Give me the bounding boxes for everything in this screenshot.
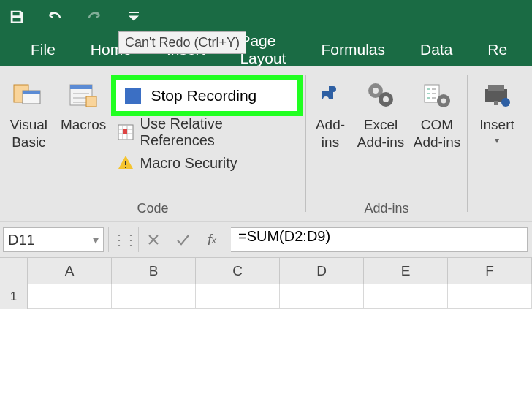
com-addins-icon xyxy=(420,78,454,112)
svg-point-12 xyxy=(373,88,379,94)
fx-icon[interactable]: fx xyxy=(197,221,227,258)
ribbon-tabs: File Home Insert Page Layout Formulas Da… xyxy=(0,33,532,66)
relative-references-label: Use Relative References xyxy=(140,115,299,149)
formula-bar: ▾ ⋮⋮ fx xyxy=(0,221,532,258)
save-icon[interactable] xyxy=(9,9,25,25)
svg-point-14 xyxy=(383,96,389,102)
svg-rect-10 xyxy=(125,167,126,168)
column-header[interactable]: D xyxy=(280,258,364,284)
svg-rect-6 xyxy=(125,88,141,104)
name-box-input[interactable] xyxy=(8,232,74,248)
visual-basic-icon xyxy=(12,78,45,112)
enter-formula-icon[interactable] xyxy=(168,221,197,258)
ribbon-group-addins: Add- ins Excel Add-ins COM Add-ins Add-i… xyxy=(306,66,467,221)
macro-security-icon xyxy=(117,154,134,172)
macro-security-button[interactable]: Macro Security xyxy=(111,148,305,178)
macros-label: Macros xyxy=(61,116,106,134)
addins-label: Add- ins xyxy=(316,116,345,151)
visual-basic-label: Visual Basic xyxy=(10,116,48,151)
svg-rect-4 xyxy=(70,85,92,89)
svg-rect-9 xyxy=(125,161,126,165)
addins-group-label: Add-ins xyxy=(364,197,408,218)
cancel-formula-icon[interactable] xyxy=(139,221,168,258)
com-addins-label: COM Add-ins xyxy=(414,116,460,151)
tab-page-layout[interactable]: Page Layout xyxy=(240,32,286,67)
stop-recording-button[interactable]: Stop Recording xyxy=(111,75,303,116)
column-headers: A B C D E F xyxy=(0,258,532,284)
row-header[interactable]: 1 xyxy=(0,284,28,309)
undo-icon[interactable] xyxy=(45,9,64,25)
visual-basic-button[interactable]: Visual Basic xyxy=(1,74,56,156)
column-header[interactable]: B xyxy=(112,258,196,284)
ribbon-group-controls: Insert ▾ xyxy=(468,66,526,221)
svg-rect-20 xyxy=(494,101,498,105)
tab-review[interactable]: Re xyxy=(487,41,507,58)
insert-control-icon xyxy=(480,78,514,112)
column-header[interactable]: E xyxy=(364,258,448,284)
excel-addins-label: Excel Add-ins xyxy=(357,116,404,151)
svg-point-17 xyxy=(441,99,446,104)
cell[interactable] xyxy=(448,284,532,309)
ribbon-group-code: Visual Basic Macros Stop Recording xyxy=(0,66,305,221)
name-box-dropdown-icon[interactable]: ▾ xyxy=(93,233,99,247)
addins-icon xyxy=(314,78,347,112)
cell[interactable] xyxy=(112,284,196,309)
stop-recording-icon xyxy=(123,86,142,105)
macros-button[interactable]: Macros xyxy=(56,74,111,138)
com-addins-button[interactable]: COM Add-ins xyxy=(408,74,466,156)
tab-data[interactable]: Data xyxy=(420,41,452,58)
ribbon: Visual Basic Macros Stop Recording xyxy=(0,66,532,221)
macro-security-label: Macro Security xyxy=(140,155,238,172)
name-box[interactable]: ▾ xyxy=(3,227,104,252)
code-group-label: Code xyxy=(137,197,168,218)
excel-addins-icon xyxy=(364,78,398,112)
svg-rect-22 xyxy=(504,98,507,104)
insert-control-label: Insert xyxy=(479,116,514,134)
svg-rect-19 xyxy=(488,85,504,91)
cell[interactable] xyxy=(28,284,112,309)
use-relative-references-button[interactable]: Use Relative References xyxy=(111,118,305,147)
svg-rect-2 xyxy=(23,91,40,94)
cell[interactable] xyxy=(280,284,364,309)
column-header[interactable]: F xyxy=(448,258,532,284)
addins-button[interactable]: Add- ins xyxy=(307,74,354,156)
formula-input-wrapper xyxy=(231,227,528,252)
stop-recording-label: Stop Recording xyxy=(151,87,257,104)
macros-icon xyxy=(66,78,100,112)
svg-rect-5 xyxy=(86,96,96,107)
column-header[interactable]: A xyxy=(28,258,112,284)
relative-references-icon xyxy=(117,123,134,141)
formula-input[interactable] xyxy=(238,228,520,245)
formula-options-icon[interactable]: ⋮⋮ xyxy=(109,221,138,258)
customize-qat-icon[interactable] xyxy=(129,12,139,22)
cell[interactable] xyxy=(364,284,448,309)
tab-formulas[interactable]: Formulas xyxy=(321,41,385,58)
tab-file[interactable]: File xyxy=(31,41,56,58)
select-all-corner[interactable] xyxy=(0,258,28,284)
grid-row: 1 xyxy=(0,284,532,309)
quick-access-toolbar xyxy=(0,0,532,33)
redo-tooltip: Can't Redo (Ctrl+Y) xyxy=(118,31,246,54)
excel-addins-button[interactable]: Excel Add-ins xyxy=(354,74,408,156)
svg-rect-8 xyxy=(123,129,127,134)
dropdown-caret-icon: ▾ xyxy=(495,135,499,145)
cell[interactable] xyxy=(196,284,280,309)
column-header[interactable]: C xyxy=(196,258,280,284)
insert-control-button[interactable]: Insert ▾ xyxy=(469,74,525,150)
redo-icon[interactable] xyxy=(85,9,104,25)
